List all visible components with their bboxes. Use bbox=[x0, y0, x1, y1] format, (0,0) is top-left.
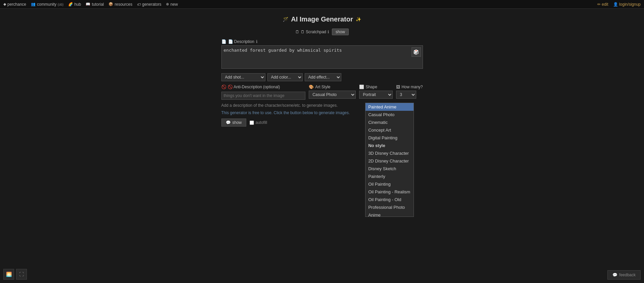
add-shot-select[interactable]: Add shot... Close-up Medium Shot Wide Sh… bbox=[221, 73, 265, 81]
nav-resources[interactable]: 📦 resources bbox=[109, 2, 132, 7]
generators-icon: 🏷 bbox=[137, 2, 141, 6]
anti-description-label: 🚫 🚫 Anti-Description (optional) bbox=[221, 85, 306, 89]
description-doc-icon: 📄 bbox=[221, 39, 226, 44]
dropdown-item-disney-sketch[interactable]: Disney Sketch bbox=[366, 165, 414, 173]
chat-icon: 💬 bbox=[226, 120, 231, 125]
dropdown-item-professional-photo[interactable]: Professional Photo bbox=[366, 203, 414, 211]
dropdown-item-oil-realism[interactable]: Oil Painting - Realism bbox=[366, 188, 414, 196]
show-chat-button[interactable]: 💬 show bbox=[221, 119, 246, 127]
feedback-button[interactable]: 💬 feedback bbox=[607, 270, 641, 280]
page-title: AI Image Generator bbox=[291, 15, 353, 23]
expand-icon: ⛶ bbox=[19, 272, 24, 277]
new-icon: ⊕ bbox=[166, 2, 169, 6]
nav-tutorial[interactable]: 📖 tutorial bbox=[86, 2, 104, 7]
description-wrapper: 🎲 bbox=[221, 45, 423, 70]
dropdown-item-concept-art[interactable]: Concept Art bbox=[366, 126, 414, 134]
sparkle-icon: ✨ bbox=[356, 17, 361, 22]
howmany-select[interactable]: 1 2 3 4 bbox=[396, 91, 416, 99]
shape-select[interactable]: Portrait Landscape Square bbox=[359, 91, 393, 99]
add-color-select[interactable]: Add color... Vibrant Muted Monochrome Wa… bbox=[267, 73, 303, 81]
nav-tutorial-label: tutorial bbox=[92, 2, 104, 7]
nav-resources-label: resources bbox=[115, 2, 132, 7]
shape-icon: ⬜ bbox=[359, 85, 364, 89]
autofill-checkbox-input[interactable] bbox=[250, 121, 254, 125]
description-label: 📄 📄 Description ℹ bbox=[221, 39, 423, 44]
description-textarea[interactable] bbox=[221, 45, 423, 69]
nav-login-label: login/signup bbox=[619, 2, 641, 7]
nav-new-label: new bbox=[170, 2, 178, 7]
anti-description-input[interactable] bbox=[221, 92, 306, 100]
nav-generators[interactable]: 🏷 generators bbox=[137, 2, 161, 7]
topnav-right: ✏ edit 👤 login/signup bbox=[597, 2, 641, 7]
dice-button[interactable]: 🎲 bbox=[412, 47, 421, 57]
nav-new[interactable]: ⊕ new bbox=[166, 2, 178, 7]
add-effect-select[interactable]: Add effect... Bokeh Lens Flare Film Grai… bbox=[305, 73, 341, 81]
art-style-icon: 🎨 bbox=[309, 85, 314, 89]
dropdown-item-anime[interactable]: Anime bbox=[366, 211, 414, 217]
description-section: 📄 📄 Description ℹ 🎲 bbox=[221, 39, 423, 70]
sun-button[interactable]: 🌅 bbox=[3, 269, 14, 280]
shape-label: ⬜ Shape bbox=[359, 85, 393, 89]
nav-community[interactable]: 👥 community (ob) bbox=[31, 2, 63, 7]
dice-icon: 🎲 bbox=[413, 49, 419, 55]
title-wand-icon: 🪄 bbox=[283, 17, 288, 22]
nav-edit-label: edit bbox=[602, 2, 608, 7]
nav-hub-label: hub bbox=[74, 2, 81, 7]
art-style-dropdown[interactable]: Painted Anime Casual Photo Cinematic Con… bbox=[365, 103, 414, 217]
sun-icon: 🌅 bbox=[6, 272, 12, 277]
dropdown-item-casual-photo[interactable]: Casual Photo bbox=[366, 111, 414, 119]
edit-icon: ✏ bbox=[597, 2, 602, 7]
dropdown-item-oil-painting[interactable]: Oil Painting bbox=[366, 180, 414, 188]
dropdown-item-3d-disney[interactable]: 3D Disney Character bbox=[366, 149, 414, 157]
autofill-label[interactable]: autofill bbox=[250, 120, 267, 125]
tutorial-icon: 📖 bbox=[86, 2, 90, 6]
scratchpad-label: 🗒 🗒 Scratchpad ℹ bbox=[295, 30, 329, 34]
nav-perchance-label: perchance bbox=[7, 2, 26, 7]
nav-hub[interactable]: 🌈 hub bbox=[68, 2, 81, 7]
scratchpad-icon: 🗒 bbox=[295, 30, 299, 34]
shape-section: ⬜ Shape Portrait Landscape Square bbox=[359, 85, 393, 99]
nav-login[interactable]: 👤 login/signup bbox=[613, 2, 641, 7]
top-navigation: ◆ perchance 👥 community (ob) 🌈 hub 📖 tut… bbox=[0, 0, 644, 9]
perchance-icon: ◆ bbox=[3, 2, 6, 6]
dropdown-item-2d-disney[interactable]: 2D Disney Character bbox=[366, 157, 414, 165]
bottom-left-buttons: 🌅 ⛶ bbox=[3, 269, 27, 280]
scratchpad-info-icon: ℹ bbox=[328, 30, 329, 34]
dropdown-item-digital-painting[interactable]: Digital Painting bbox=[366, 134, 414, 142]
dropdown-item-oil-old[interactable]: Oil Painting - Old bbox=[366, 196, 414, 203]
anti-description-section: 🚫 🚫 Anti-Description (optional) bbox=[221, 85, 306, 100]
howmany-label: 🖼 How many? bbox=[396, 85, 423, 89]
dropdowns-row: Add shot... Close-up Medium Shot Wide Sh… bbox=[221, 73, 423, 81]
howmany-section: 🖼 How many? 1 2 3 4 bbox=[396, 85, 423, 99]
login-icon: 👤 bbox=[613, 2, 619, 7]
inline-controls: 🚫 🚫 Anti-Description (optional) 🎨 Art St… bbox=[221, 85, 423, 100]
expand-button[interactable]: ⛶ bbox=[16, 269, 27, 280]
nav-community-label: community (ob) bbox=[37, 2, 63, 7]
resources-icon: 📦 bbox=[109, 2, 113, 6]
community-icon: 👥 bbox=[31, 2, 36, 6]
hub-icon: 🌈 bbox=[68, 2, 73, 6]
art-style-select[interactable]: Casual Photo bbox=[309, 91, 356, 99]
scratchpad-row: 🗒 🗒 Scratchpad ℹ show bbox=[295, 29, 349, 35]
dropdown-item-painterly[interactable]: Painterly bbox=[366, 173, 414, 180]
nav-generators-label: generators bbox=[142, 2, 161, 7]
dropdown-item-cinematic[interactable]: Cinematic bbox=[366, 119, 414, 126]
anti-desc-icon: 🚫 bbox=[221, 85, 226, 89]
howmany-icon: 🖼 bbox=[396, 85, 400, 89]
nav-edit[interactable]: ✏ edit bbox=[597, 2, 608, 7]
art-style-label: 🎨 Art Style bbox=[309, 85, 356, 89]
description-info-icon: ℹ bbox=[256, 39, 258, 44]
art-style-section: 🎨 Art Style Casual Photo Painted Anime C… bbox=[309, 85, 356, 99]
feedback-icon: 💬 bbox=[612, 273, 617, 277]
main-content: 🪄 AI Image Generator ✨ 🗒 🗒 Scratchpad ℹ … bbox=[0, 9, 644, 127]
dropdown-item-painted-anime[interactable]: Painted Anime bbox=[366, 103, 414, 111]
page-title-area: 🪄 AI Image Generator ✨ bbox=[283, 15, 361, 23]
scratchpad-show-button[interactable]: show bbox=[332, 29, 349, 35]
dropdown-item-no-style[interactable]: No style bbox=[366, 142, 414, 149]
topnav-left: ◆ perchance 👥 community (ob) 🌈 hub 📖 tut… bbox=[3, 2, 178, 7]
nav-perchance[interactable]: ◆ perchance bbox=[3, 2, 26, 7]
feedback-label: feedback bbox=[619, 273, 636, 277]
